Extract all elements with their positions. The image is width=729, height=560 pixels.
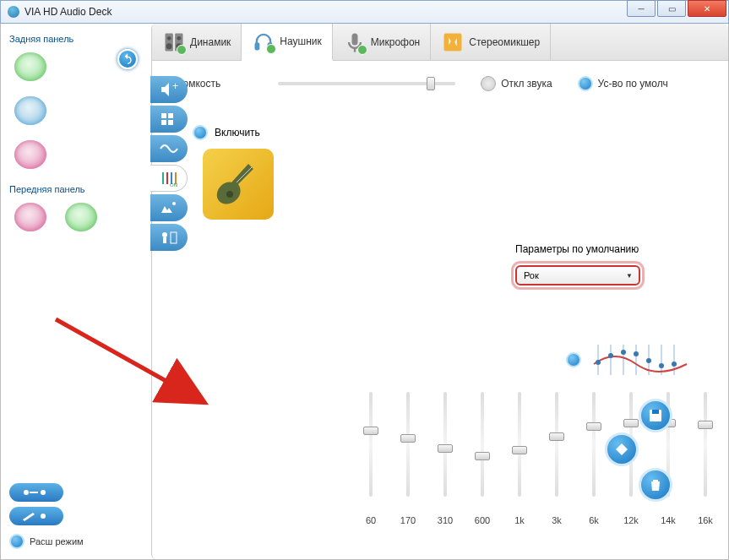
delete-preset-button[interactable] — [639, 468, 672, 502]
preset-selected-value: Рок — [524, 270, 539, 280]
svg-text:ON: ON — [170, 182, 177, 187]
tab-mic-label: Микрофон — [371, 36, 420, 48]
eq-thumb-3k[interactable] — [549, 432, 564, 441]
eq-thumb-1k[interactable] — [512, 446, 527, 454]
eq-enable-toggle[interactable] — [193, 125, 208, 140]
undo-button[interactable] — [117, 49, 138, 69]
svg-point-42 — [646, 358, 651, 363]
sidetab-wave[interactable] — [150, 135, 188, 162]
eq-slider-16k[interactable]: 16k — [696, 392, 715, 525]
svg-text:+: + — [172, 81, 178, 92]
eq-slider-3k[interactable]: 3k — [547, 392, 566, 525]
eq-curve-preview — [566, 340, 691, 379]
jack-rear-mic[interactable] — [14, 140, 46, 169]
save-preset-button[interactable] — [639, 399, 672, 432]
jack-rear-lineout[interactable] — [14, 52, 46, 81]
mute-label: Откл звука — [501, 78, 552, 90]
svg-point-19 — [167, 36, 171, 41]
svg-rect-17 — [171, 232, 177, 243]
eq-thumb-16k[interactable] — [698, 421, 713, 429]
main-panel: Динамик Наушник Микрофон Стереомикшер Гр… — [151, 24, 728, 559]
tab-speaker[interactable]: Динамик — [152, 24, 242, 60]
svg-point-2 — [41, 490, 46, 495]
volume-slider[interactable] — [278, 82, 455, 85]
tab-stereomix-label: Стереомикшер — [469, 36, 540, 48]
eq-slider-1k[interactable]: 1k — [510, 392, 529, 525]
eq-freq-label: 6k — [589, 515, 599, 525]
eq-thumb-600[interactable] — [475, 452, 490, 460]
eq-slider-60[interactable]: 60 — [362, 392, 380, 525]
preset-art-rock — [203, 149, 274, 220]
tab-mic[interactable]: Микрофон — [333, 24, 431, 60]
svg-point-44 — [672, 362, 677, 367]
svg-point-43 — [659, 363, 664, 368]
svg-rect-7 — [161, 120, 166, 125]
svg-point-22 — [177, 36, 182, 41]
svg-rect-16 — [163, 237, 166, 243]
maximize-button[interactable]: ▭ — [657, 0, 686, 17]
headphone-icon — [252, 30, 275, 53]
default-device-label: Ус-во по умолч — [598, 78, 668, 90]
sidetab-environment[interactable] — [150, 194, 188, 221]
svg-rect-8 — [168, 120, 173, 125]
presets-label: Параметры по умолчанию — [515, 243, 640, 255]
expand-mode-label: Расш режим — [30, 536, 84, 546]
eq-slider-600[interactable]: 600 — [473, 392, 492, 525]
svg-point-0 — [24, 490, 29, 495]
tab-headphone-label: Наушник — [280, 35, 321, 47]
svg-rect-26 — [351, 33, 357, 45]
eq-enable-label: Включить — [215, 127, 260, 139]
minimize-button[interactable]: ─ — [627, 0, 656, 17]
left-panel: Задняя панель Передняя панель Расш режим — [1, 24, 151, 559]
eq-slider-170[interactable]: 170 — [399, 392, 417, 525]
eq-freq-label: 16k — [698, 515, 713, 525]
action-cluster — [593, 399, 694, 508]
speaker-icon — [162, 30, 186, 54]
default-device-toggle[interactable] — [578, 76, 593, 91]
mute-toggle[interactable] — [481, 76, 496, 91]
tab-stereomix[interactable]: Стереомикшер — [431, 24, 551, 60]
eq-freq-label: 600 — [475, 515, 490, 525]
svg-point-15 — [162, 232, 167, 237]
eq-thumb-170[interactable] — [400, 434, 416, 443]
svg-rect-6 — [168, 113, 173, 118]
jack-front-headphone[interactable] — [65, 203, 97, 231]
eq-freq-label: 14k — [661, 515, 676, 525]
sidetab-speakers[interactable] — [150, 106, 188, 133]
mic-icon — [343, 30, 367, 54]
connector-settings-button[interactable] — [9, 483, 63, 502]
sidetab-room[interactable] — [150, 224, 188, 251]
eq-freq-label: 310 — [438, 515, 453, 525]
app-icon — [8, 6, 19, 18]
expand-mode-toggle[interactable] — [9, 534, 24, 549]
eq-freq-label: 60 — [366, 515, 376, 525]
svg-rect-5 — [161, 113, 166, 118]
curve-toggle[interactable] — [566, 352, 581, 367]
tab-headphone[interactable]: Наушник — [242, 24, 332, 61]
reset-preset-button[interactable] — [605, 432, 639, 466]
svg-point-29 — [226, 191, 233, 198]
eq-thumb-60[interactable] — [363, 427, 378, 435]
eq-thumb-310[interactable] — [438, 444, 453, 453]
svg-rect-24 — [255, 42, 260, 50]
svg-marker-47 — [616, 443, 628, 455]
close-button[interactable]: ✕ — [688, 0, 726, 17]
eq-freq-label: 3k — [552, 515, 562, 525]
stereomix-icon — [441, 30, 465, 54]
jack-rear-linein[interactable] — [14, 96, 46, 125]
tools-button[interactable] — [9, 507, 63, 525]
svg-point-41 — [634, 351, 639, 356]
svg-rect-28 — [444, 33, 462, 51]
eq-freq-label: 12k — [623, 515, 639, 525]
svg-point-14 — [172, 202, 176, 205]
jack-front-mic[interactable] — [14, 203, 46, 231]
preset-dropdown[interactable]: Рок — [515, 265, 640, 285]
eq-slider-310[interactable]: 310 — [436, 392, 454, 525]
eq-freq-label: 170 — [400, 515, 416, 525]
svg-rect-1 — [30, 492, 38, 493]
sidetab-equalizer[interactable]: ON — [150, 165, 188, 192]
side-tabs: + ON — [150, 76, 188, 251]
sidetab-volume[interactable]: + — [150, 76, 188, 103]
volume-slider-thumb[interactable] — [427, 77, 435, 90]
front-panel-label: Передняя панель — [9, 184, 146, 194]
